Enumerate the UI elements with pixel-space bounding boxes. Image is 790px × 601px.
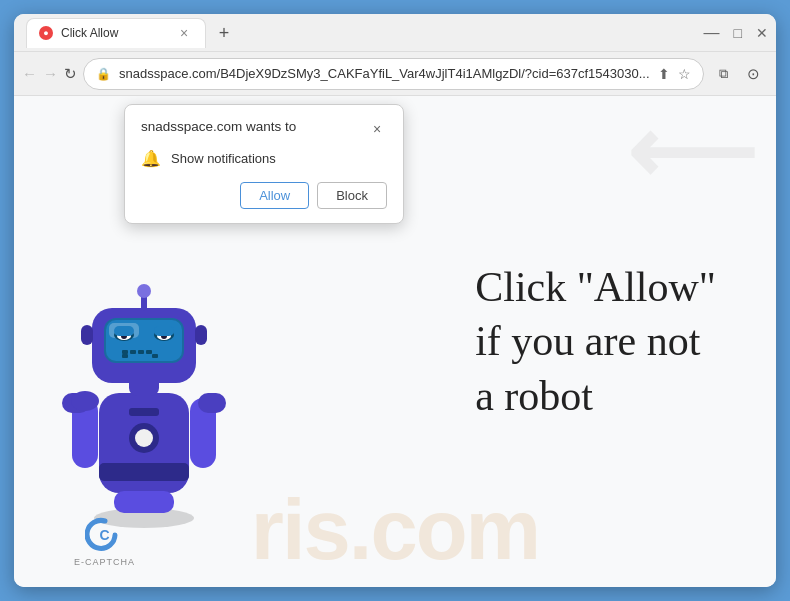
tabs-area: ● Click Allow × + <box>22 18 704 48</box>
svg-point-4 <box>135 429 153 447</box>
ecaptcha-logo: C E-CAPTCHA <box>74 515 135 567</box>
title-bar: ● Click Allow × + — □ ✕ <box>14 14 776 52</box>
tab-close-button[interactable]: × <box>175 24 193 42</box>
svg-rect-2 <box>99 463 189 481</box>
svg-rect-30 <box>152 354 158 358</box>
maximize-button[interactable]: □ <box>734 25 742 41</box>
tab-title: Click Allow <box>61 26 167 40</box>
svg-rect-28 <box>146 350 152 354</box>
block-button[interactable]: Block <box>317 182 387 209</box>
main-text-line3: a robot <box>475 369 716 424</box>
svg-rect-26 <box>130 350 136 354</box>
notification-popup: snadsspace.com wants to × 🔔 Show notific… <box>124 104 404 224</box>
svg-rect-27 <box>138 350 144 354</box>
tab-favicon: ● <box>39 26 53 40</box>
allow-button[interactable]: Allow <box>240 182 309 209</box>
popup-buttons: Allow Block <box>141 182 387 209</box>
svg-rect-10 <box>198 393 226 413</box>
window-controls: — □ ✕ <box>704 24 768 42</box>
popup-close-button[interactable]: × <box>367 119 387 139</box>
popup-permission-row: 🔔 Show notifications <box>141 149 387 168</box>
profile-button[interactable]: ⊙ <box>740 60 768 88</box>
nav-right-icons: ⧉ ⊙ ⋮ <box>710 60 777 88</box>
svg-rect-24 <box>154 326 174 336</box>
content-area: ⟵ ris.com Click "Allow" if you are not a… <box>14 96 776 587</box>
popup-title: snadsspace.com wants to <box>141 119 296 134</box>
forward-button[interactable]: → <box>43 60 58 88</box>
nav-bar: ← → ↻ 🔒 snadsspace.com/B4DjeX9DzSMy3_CAK… <box>14 52 776 96</box>
browser-window: ● Click Allow × + — □ ✕ ← → ↻ 🔒 snadsspa… <box>14 14 776 587</box>
ecaptcha-label: E-CAPTCHA <box>74 557 135 567</box>
popup-header: snadsspace.com wants to × <box>141 119 387 139</box>
svg-rect-29 <box>122 354 128 358</box>
active-tab[interactable]: ● Click Allow × <box>26 18 206 48</box>
svg-rect-5 <box>129 408 159 416</box>
menu-button[interactable]: ⋮ <box>770 60 777 88</box>
split-button[interactable]: ⧉ <box>710 60 738 88</box>
minimize-button[interactable]: — <box>704 24 720 42</box>
svg-rect-23 <box>114 326 134 336</box>
close-button[interactable]: ✕ <box>756 25 768 41</box>
svg-rect-6 <box>114 491 174 513</box>
svg-point-34 <box>137 284 151 298</box>
watermark-top-decoration: ⟵ <box>627 106 756 196</box>
main-content-text: Click "Allow" if you are not a robot <box>475 260 716 424</box>
lock-icon: 🔒 <box>96 67 111 81</box>
address-bar[interactable]: 🔒 snadsspace.com/B4DjeX9DzSMy3_CAKFaYfiL… <box>83 58 704 90</box>
address-text: snadsspace.com/B4DjeX9DzSMy3_CAKFaYfiL_V… <box>119 66 650 81</box>
svg-point-11 <box>71 391 99 411</box>
main-text-line1: Click "Allow" <box>475 260 716 315</box>
address-icons: ⬆ ☆ <box>658 66 691 82</box>
back-button[interactable]: ← <box>22 60 37 88</box>
share-icon[interactable]: ⬆ <box>658 66 670 82</box>
bell-icon: 🔔 <box>141 149 161 168</box>
bookmark-icon[interactable]: ☆ <box>678 66 691 82</box>
svg-rect-32 <box>195 325 207 345</box>
svg-rect-25 <box>122 350 128 354</box>
svg-rect-31 <box>81 325 93 345</box>
new-tab-button[interactable]: + <box>210 20 238 48</box>
robot-illustration <box>44 253 244 537</box>
refresh-button[interactable]: ↻ <box>64 60 77 88</box>
popup-permission-text: Show notifications <box>171 151 276 166</box>
main-text-line2: if you are not <box>475 314 716 369</box>
